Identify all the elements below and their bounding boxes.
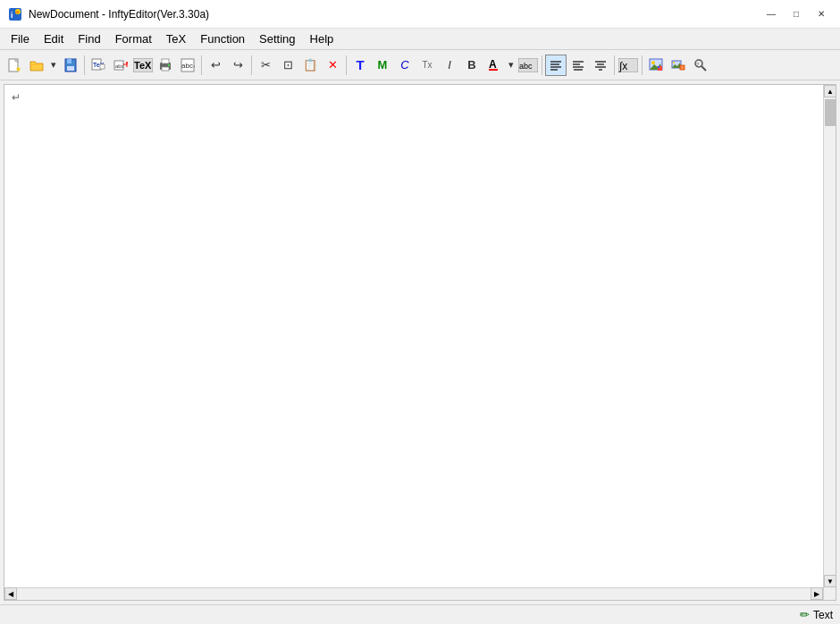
svg-rect-9 [67, 66, 74, 71]
toolbar-zoom[interactable]: ? [690, 55, 711, 76]
editor-area[interactable]: ↵ [4, 85, 836, 600]
horizontal-scrollbar[interactable]: ◀ ▶ [4, 587, 823, 600]
menu-item-edit[interactable]: Edit [37, 30, 71, 49]
svg-text:★: ★ [15, 65, 21, 72]
toolbar-separator-sep4 [346, 55, 347, 75]
svg-text:∫x: ∫x [618, 60, 627, 72]
svg-text:abc: abc [115, 63, 124, 69]
toolbar-separator-sep7 [642, 55, 643, 75]
svg-rect-8 [67, 59, 71, 63]
vertical-scrollbar[interactable]: ▲ ▼ [823, 85, 836, 600]
scroll-up-button[interactable]: ▲ [824, 85, 836, 97]
menu-item-format[interactable]: Format [108, 30, 159, 49]
svg-text:abc✓: abc✓ [181, 62, 195, 70]
svg-point-42 [651, 61, 655, 64]
toolbar-separator-sep1 [84, 55, 85, 75]
menu-item-find[interactable]: Find [71, 30, 107, 49]
svg-rect-12 [100, 64, 105, 69]
toolbar-I[interactable]: I [439, 55, 460, 76]
svg-rect-24 [489, 69, 498, 71]
status-text: ✏ Text [800, 608, 833, 621]
toolbar-T[interactable]: T [349, 55, 371, 76]
toolbar: ★▾TeXabcTeXabc✓↩↪✂⊡📋✕TMCTxIBA▾abc∫x? [0, 50, 840, 80]
toolbar-abc[interactable]: abc [517, 55, 539, 76]
toolbar-Acolor[interactable]: A [483, 55, 505, 76]
toolbar-M[interactable]: M [372, 55, 393, 76]
toolbar-align-l[interactable] [545, 55, 567, 76]
app-icon: i ∞ [7, 6, 23, 22]
toolbar-B[interactable]: B [461, 55, 483, 76]
status-label: Text [813, 609, 833, 621]
toolbar-align-c[interactable] [567, 55, 589, 76]
toolbar-align-r[interactable] [590, 55, 611, 76]
svg-text:∞: ∞ [16, 9, 20, 14]
toolbar-new[interactable]: ★ [4, 55, 25, 76]
menu-item-setting[interactable]: Setting [252, 30, 302, 49]
toolbar-open[interactable] [26, 55, 47, 76]
toolbar-separator-sep6 [614, 55, 615, 75]
menu-item-tex[interactable]: TeX [159, 30, 193, 49]
toolbar-tex[interactable]: TeX [132, 55, 154, 76]
menu-item-help[interactable]: Help [303, 30, 341, 49]
svg-text:i: i [11, 11, 13, 20]
maximize-button[interactable]: □ [785, 4, 808, 24]
toolbar-Acolor-dd[interactable]: ▾ [506, 55, 517, 76]
svg-rect-45 [658, 66, 659, 68]
toolbar-open-dd[interactable]: ▾ [48, 55, 59, 76]
toolbar-separator-sep2 [201, 55, 202, 75]
toolbar-spell1[interactable]: abc✓ [177, 55, 198, 76]
toolbar-paste[interactable]: 📋 [299, 55, 321, 76]
menu-bar: FileEditFindFormatTeXFunctionSettingHelp [0, 29, 840, 50]
svg-text:A: A [489, 58, 497, 71]
title-bar: i ∞ NewDocument - InftyEditor(Ver.3.30a)… [0, 0, 840, 29]
toolbar-Tx[interactable]: Tx [416, 55, 438, 76]
scroll-left-button[interactable]: ◀ [4, 587, 17, 600]
menu-item-function[interactable]: Function [193, 30, 252, 49]
status-icon: ✏ [800, 608, 810, 621]
toolbar-separator-sep3 [251, 55, 252, 75]
toolbar-img[interactable] [645, 55, 667, 76]
svg-line-51 [701, 66, 706, 71]
svg-rect-19 [162, 67, 169, 71]
svg-point-20 [168, 64, 170, 66]
svg-rect-49 [680, 65, 685, 70]
menu-item-file[interactable]: File [4, 30, 37, 49]
toolbar-import1[interactable]: TeX [88, 55, 109, 76]
toolbar-separator-sep5 [542, 55, 542, 75]
toolbar-imgedit[interactable] [668, 55, 689, 76]
toolbar-copy[interactable]: ⊡ [277, 55, 298, 76]
close-button[interactable]: ✕ [810, 4, 833, 24]
scroll-down-button[interactable]: ▼ [824, 575, 836, 587]
toolbar-undo[interactable]: ↩ [205, 55, 226, 76]
svg-point-47 [673, 62, 675, 63]
svg-text:TeX: TeX [134, 60, 152, 71]
editor-container[interactable]: ↵ ▲ ▼ ◀ ▶ [4, 84, 836, 601]
minimize-button[interactable]: — [760, 4, 783, 24]
toolbar-import2[interactable]: abc [110, 55, 131, 76]
scroll-thumb-vertical[interactable] [825, 99, 836, 126]
toolbar-C[interactable]: C [394, 55, 416, 76]
svg-rect-18 [162, 59, 169, 63]
window-controls: — □ ✕ [760, 4, 833, 24]
toolbar-redo[interactable]: ↪ [227, 55, 248, 76]
scroll-right-button[interactable]: ▶ [811, 587, 823, 600]
title-text: NewDocument - InftyEditor(Ver.3.30a) [29, 8, 209, 21]
toolbar-cut[interactable]: ✂ [255, 55, 276, 76]
svg-text:abc: abc [519, 62, 533, 71]
title-bar-left: i ∞ NewDocument - InftyEditor(Ver.3.30a) [7, 6, 209, 22]
cursor-mark: ↵ [12, 92, 21, 103]
svg-text:?: ? [696, 62, 700, 67]
toolbar-save[interactable] [60, 55, 81, 76]
toolbar-formula[interactable]: ∫x [617, 55, 639, 76]
status-bar: ✏ Text [0, 604, 840, 624]
toolbar-print[interactable] [155, 55, 176, 76]
toolbar-delete[interactable]: ✕ [322, 55, 343, 76]
